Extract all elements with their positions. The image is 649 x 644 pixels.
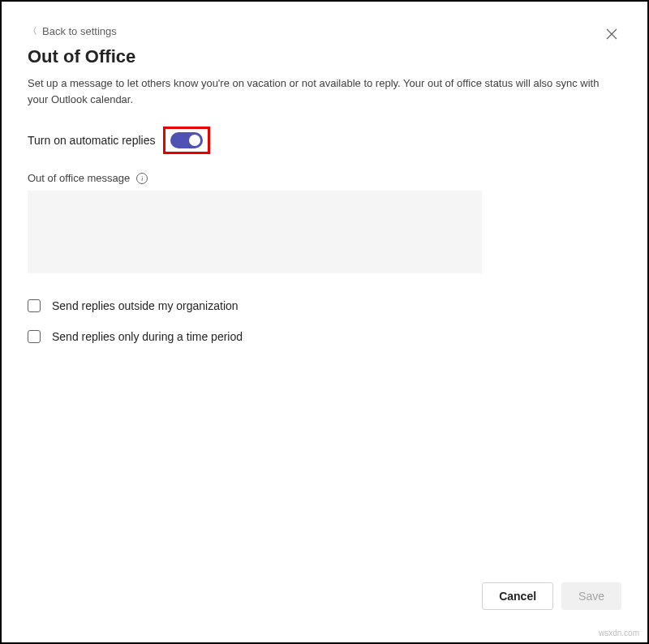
message-label: Out of office message	[28, 172, 130, 184]
time-period-label[interactable]: Send replies only during a time period	[52, 330, 243, 343]
automatic-replies-toggle[interactable]	[170, 132, 203, 148]
time-period-checkbox[interactable]	[28, 330, 41, 343]
out-of-office-message-input[interactable]	[28, 191, 482, 273]
close-button[interactable]	[602, 24, 621, 46]
toggle-label: Turn on automatic replies	[28, 134, 155, 147]
header-row: 〈 Back to settings	[28, 24, 621, 46]
chevron-left-icon: 〈	[28, 24, 37, 38]
back-link-label: Back to settings	[42, 25, 117, 37]
out-of-office-dialog: 〈 Back to settings Out of Office Set up …	[2, 2, 647, 642]
automatic-replies-toggle-row: Turn on automatic replies	[28, 127, 621, 154]
time-period-checkbox-row: Send replies only during a time period	[28, 330, 621, 343]
info-icon[interactable]: i	[136, 173, 148, 184]
save-button[interactable]: Save	[561, 582, 621, 610]
toggle-highlight-box	[163, 127, 210, 154]
outside-org-label[interactable]: Send replies outside my organization	[52, 299, 239, 312]
cancel-button[interactable]: Cancel	[482, 582, 553, 610]
outside-org-checkbox-row: Send replies outside my organization	[28, 299, 621, 312]
dialog-footer: Cancel Save	[28, 582, 621, 620]
page-title: Out of Office	[28, 46, 621, 67]
toggle-knob	[189, 135, 200, 146]
outside-org-checkbox[interactable]	[28, 299, 41, 312]
back-to-settings-link[interactable]: 〈 Back to settings	[28, 24, 117, 38]
message-label-row: Out of office message i	[28, 172, 621, 184]
close-icon	[605, 28, 618, 41]
page-description: Set up a message to let others know you'…	[28, 75, 612, 107]
watermark: wsxdn.com	[599, 629, 639, 638]
